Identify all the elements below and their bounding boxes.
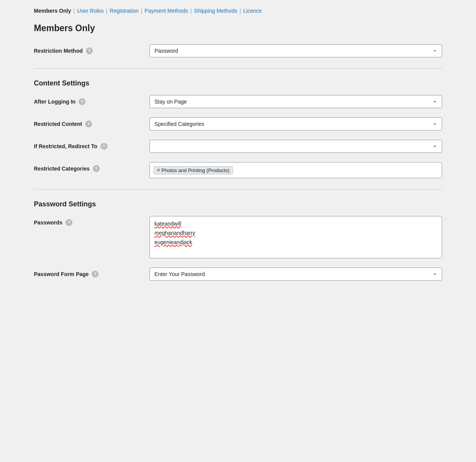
divider-1	[34, 68, 442, 69]
passwords-help-icon[interactable]: ?	[65, 219, 72, 226]
nav-sep-3: |	[141, 8, 142, 14]
restriction-method-label: Restriction Method	[34, 48, 83, 54]
restricted-categories-input[interactable]: × Photos and Printing (Products)	[149, 162, 442, 178]
password-form-page-help-icon[interactable]: ?	[92, 271, 99, 278]
tag-remove-icon[interactable]: ×	[157, 167, 160, 173]
divider-2	[34, 189, 442, 189]
restricted-content-help-icon[interactable]: ?	[85, 121, 92, 127]
password-form-page-select[interactable]: Enter Your Password Custom Page Default …	[149, 268, 442, 281]
nav-link-user-roles[interactable]: User Roles	[77, 8, 104, 14]
nav-sep-5: |	[240, 8, 241, 14]
restriction-method-help-icon[interactable]: ?	[86, 47, 93, 54]
content-settings-heading: Content Settings	[34, 79, 442, 87]
top-nav: Members Only | User Roles | Registration…	[34, 8, 442, 14]
if-restricted-redirect-label: If Restricted, Redirect To	[34, 143, 97, 149]
passwords-textarea-display[interactable]: kateandwill meghanandharry eugenieandjac…	[149, 216, 442, 258]
if-restricted-redirect-select[interactable]: Home Page Login Page Custom URL	[149, 140, 442, 153]
passwords-label: Passwords	[34, 219, 62, 226]
nav-sep-1: |	[73, 8, 75, 14]
nav-link-registration[interactable]: Registration	[110, 8, 139, 14]
nav-sep-4: |	[190, 8, 192, 14]
nav-link-licence[interactable]: Licence	[243, 8, 262, 14]
restricted-content-row: Restricted Content ? Specified Categorie…	[34, 117, 442, 131]
restriction-method-select[interactable]: Password Login User Roles	[149, 44, 442, 57]
nav-sep-2: |	[106, 8, 107, 14]
if-restricted-redirect-row: If Restricted, Redirect To ? Home Page L…	[34, 140, 442, 153]
after-logging-in-label: After Logging In	[34, 99, 75, 105]
restricted-content-label: Restricted Content	[34, 121, 82, 127]
restricted-categories-label: Restricted Categories	[34, 166, 90, 172]
password-line-3: eugenieandjack	[154, 238, 437, 247]
if-restricted-redirect-help-icon[interactable]: ?	[101, 143, 107, 150]
after-logging-in-row: After Logging In ? Stay on Page Redirect…	[34, 95, 442, 108]
password-settings-heading: Password Settings	[34, 200, 442, 208]
restriction-method-row: Restriction Method ? Password Login User…	[34, 44, 442, 57]
password-form-page-label: Password Form Page	[34, 271, 89, 277]
restricted-categories-help-icon[interactable]: ?	[93, 165, 100, 172]
nav-link-shipping-methods[interactable]: Shipping Methods	[194, 8, 237, 14]
restricted-content-select[interactable]: Specified Categories All Content Specifi…	[149, 117, 442, 131]
password-form-page-row: Password Form Page ? Enter Your Password…	[34, 268, 442, 281]
tag-label: Photos and Printing (Products)	[161, 167, 230, 173]
page-title: Members Only	[34, 23, 442, 33]
password-line-2: meghanandharry	[154, 229, 437, 238]
after-logging-in-help-icon[interactable]: ?	[79, 98, 85, 105]
nav-link-payment-methods[interactable]: Payment Methods	[144, 8, 188, 14]
password-line-1: kateandwill	[154, 219, 437, 229]
restricted-categories-row: Restricted Categories ? × Photos and Pri…	[34, 162, 442, 178]
category-tag: × Photos and Printing (Products)	[154, 166, 233, 174]
nav-current: Members Only	[34, 8, 71, 14]
after-logging-in-select[interactable]: Stay on Page Redirect to Home Redirect t…	[149, 95, 442, 108]
passwords-row: Passwords ? kateandwill meghanandharry e…	[34, 216, 442, 258]
